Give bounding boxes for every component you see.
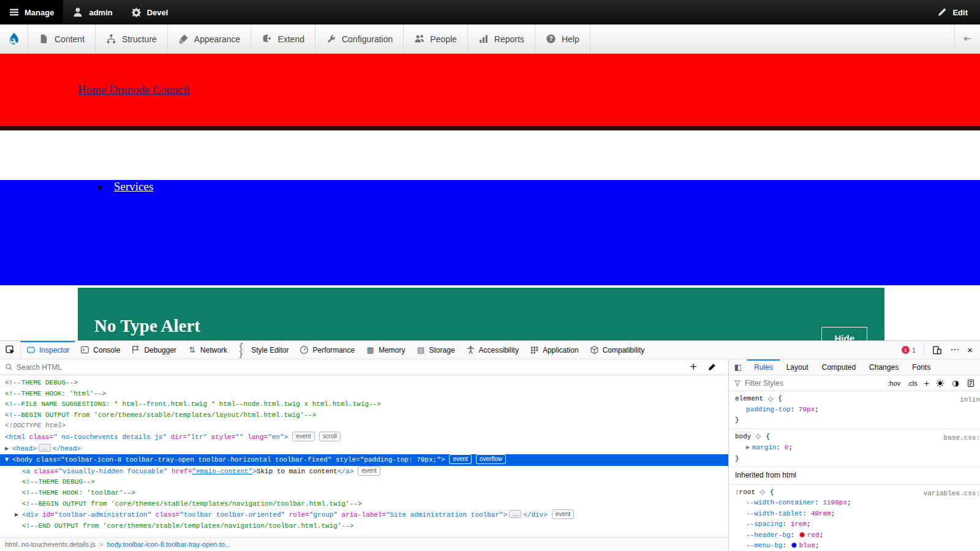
search-icon xyxy=(5,363,13,371)
markup-line[interactable]: ▶<div id="toolbar-administration" class=… xyxy=(0,509,728,521)
tab-label: Style Editor xyxy=(251,346,288,354)
error-counter[interactable]: ! 1 xyxy=(902,346,916,354)
color-swatch[interactable] xyxy=(799,532,805,538)
devel-menu[interactable]: Devel xyxy=(122,0,178,24)
add-rule-button[interactable]: + xyxy=(924,378,929,388)
dom-event-badge[interactable]: event xyxy=(449,454,471,464)
markup-line[interactable]: <a class="visually-hidden focusable" hre… xyxy=(0,466,728,478)
devtools-tab-compatibility[interactable]: Compatibility xyxy=(584,341,650,359)
tray-item-appearance[interactable]: Appearance xyxy=(168,24,252,53)
dark-scheme-toggle[interactable]: ◑ xyxy=(951,379,960,388)
tray-item-label: Configuration xyxy=(342,34,393,44)
filter-styles-input[interactable] xyxy=(745,379,884,388)
rules-tab-changes[interactable]: Changes xyxy=(862,359,905,375)
pseudo-class-toggle[interactable]: :hov xyxy=(888,380,901,387)
markup-line[interactable]: <!--BEGIN OUTPUT from 'core/themes/stabl… xyxy=(0,499,728,510)
markup-line[interactable]: <html class=" no-touchevents details js"… xyxy=(0,432,728,443)
header-divider xyxy=(0,126,980,130)
tray-item-configuration[interactable]: Configuration xyxy=(315,24,404,53)
tray-item-reports[interactable]: Reports xyxy=(468,24,535,53)
element-picker-button[interactable] xyxy=(0,341,21,359)
css-declaration[interactable]: --spacing: 1rem; xyxy=(735,519,980,530)
toolbar-orientation-toggle[interactable]: ⇤ xyxy=(954,24,980,53)
markup-line[interactable]: <!--THEME DEBUG--> xyxy=(0,378,728,389)
class-toggle[interactable]: .cls xyxy=(907,380,918,387)
devtools-tab-memory[interactable]: ▦Memory xyxy=(360,341,410,359)
css-declaration[interactable]: ▶margin: 0; xyxy=(735,442,980,454)
markup-line[interactable]: <!--THEME HOOK: 'toolbar'--> xyxy=(0,488,728,499)
devtools-tab-console[interactable]: Console xyxy=(75,341,126,359)
search-html-input[interactable] xyxy=(17,363,685,372)
add-node-button[interactable]: + xyxy=(689,363,698,372)
close-devtools-button[interactable]: × xyxy=(967,345,973,355)
drupal-home-button[interactable] xyxy=(0,24,28,53)
responsive-mode-button[interactable] xyxy=(932,345,942,355)
markup-line[interactable]: <!--BEGIN OUTPUT from 'core/themes/stabl… xyxy=(0,410,728,421)
edit-button[interactable]: Edit xyxy=(928,0,980,24)
dom-event-badge[interactable]: event xyxy=(358,466,380,476)
devtools-toolbar-right: ! 1 ⋯ × xyxy=(902,341,980,359)
manage-tab[interactable]: Manage xyxy=(0,0,63,24)
rule-selector: :root xyxy=(735,487,755,498)
rules-tab-fonts[interactable]: Fonts xyxy=(905,359,937,375)
dom-event-badge[interactable]: event xyxy=(552,509,574,519)
dom-event-badge[interactable]: event xyxy=(292,432,314,441)
devtools-main: + <!--THEME DEBUG--><!--THEME HOOK: 'htm… xyxy=(0,359,980,550)
markup-line[interactable]: <!DOCTYPE html> xyxy=(0,421,728,432)
tray-item-structure[interactable]: Structure xyxy=(96,24,168,53)
error-icon: ! xyxy=(902,346,910,354)
devtools-tab-inspector[interactable]: Inspector xyxy=(21,341,75,359)
markup-line[interactable]: <!--END OUTPUT from 'core/themes/stable/… xyxy=(0,521,728,532)
meatball-menu-button[interactable]: ⋯ xyxy=(950,345,959,354)
rule-source-link[interactable]: variables.css: xyxy=(924,489,980,500)
css-declaration[interactable]: padding-top: 79px; xyxy=(735,405,980,416)
tray-item-label: Content xyxy=(55,34,85,44)
light-scheme-toggle[interactable] xyxy=(936,379,944,388)
markup-line[interactable]: ▼<body class="toolbar-icon-8 toolbar-tra… xyxy=(0,454,728,466)
collapsed-children-chip[interactable]: … xyxy=(39,444,51,452)
admin-menu-tray: ContentStructureAppearanceExtendConfigur… xyxy=(0,24,980,54)
site-name-link[interactable]: Home Drunode Council xyxy=(78,83,190,97)
markup-line[interactable]: <!--THEME HOOK: 'html'--> xyxy=(0,389,728,400)
devtools-tab-application[interactable]: Application xyxy=(524,341,584,359)
rule-source-link[interactable]: base.css: xyxy=(944,433,980,444)
rules-tab-computed[interactable]: Computed xyxy=(815,359,862,375)
markup-line[interactable]: <!--FILE NAME SUGGESTIONS: * html--front… xyxy=(0,399,728,410)
tray-item-help[interactable]: ?Help xyxy=(535,24,590,53)
css-declaration[interactable]: --width-tablet: 48rem; xyxy=(735,509,980,520)
tray-item-content[interactable]: Content xyxy=(28,24,96,53)
rule-source-link[interactable]: inlin xyxy=(960,395,980,406)
tray-item-people[interactable]: People xyxy=(404,24,468,53)
dom-event-badge[interactable]: overflow xyxy=(476,454,506,464)
rules-tab-layout[interactable]: Layout xyxy=(780,359,815,375)
tray-item-extend[interactable]: Extend xyxy=(251,24,315,53)
devtools-tab-performance[interactable]: Performance xyxy=(294,341,360,359)
sidebar-toggle-button[interactable]: ◧ xyxy=(729,359,747,375)
breadcrumb-body[interactable]: body.toolbar-icon-8.toolbar-tray-open.to… xyxy=(107,541,230,548)
devtools-tab-storage[interactable]: ▤Storage xyxy=(411,341,461,359)
collapsed-children-chip[interactable]: … xyxy=(509,510,521,518)
services-link[interactable]: Services xyxy=(114,180,153,193)
dom-event-badge[interactable]: scroll xyxy=(319,432,341,441)
css-declaration[interactable]: --header-bg: red; xyxy=(735,530,980,541)
devtools-tab-network[interactable]: ⇅Network xyxy=(182,341,233,359)
css-declaration[interactable]: --menu-bg: blue; xyxy=(735,541,980,550)
devtools-tab-style-editor[interactable]: { }Style Editor xyxy=(233,341,294,359)
tray-item-label: Appearance xyxy=(194,34,241,44)
admin-user-menu[interactable]: admin xyxy=(63,0,121,24)
eyedropper-button[interactable] xyxy=(707,363,716,372)
markup-line[interactable]: <!--THEME DEBUG--> xyxy=(0,477,728,488)
devtools-tab-accessibility[interactable]: Accessibility xyxy=(461,341,524,359)
rules-tab-rules[interactable]: Rules xyxy=(747,359,780,375)
wrench-icon xyxy=(326,34,336,44)
devtools-tab-debugger[interactable]: Debugger xyxy=(126,341,182,359)
breadcrumb-html[interactable]: html..no-touchevents.details.js xyxy=(5,541,96,548)
markup-line[interactable]: ▶<head>…</head> xyxy=(0,443,728,455)
breadcrumb-separator: > xyxy=(99,541,103,548)
menu-tray-items: ContentStructureAppearanceExtendConfigur… xyxy=(28,24,590,53)
color-swatch[interactable] xyxy=(791,542,797,548)
rules-tabs: RulesLayoutComputedChangesFonts xyxy=(747,359,937,375)
css-declaration[interactable]: --width-container: 1190px; xyxy=(735,498,980,509)
filter-styles-row: :hov .cls + ◑ xyxy=(729,375,980,391)
print-media-toggle[interactable] xyxy=(967,379,975,388)
